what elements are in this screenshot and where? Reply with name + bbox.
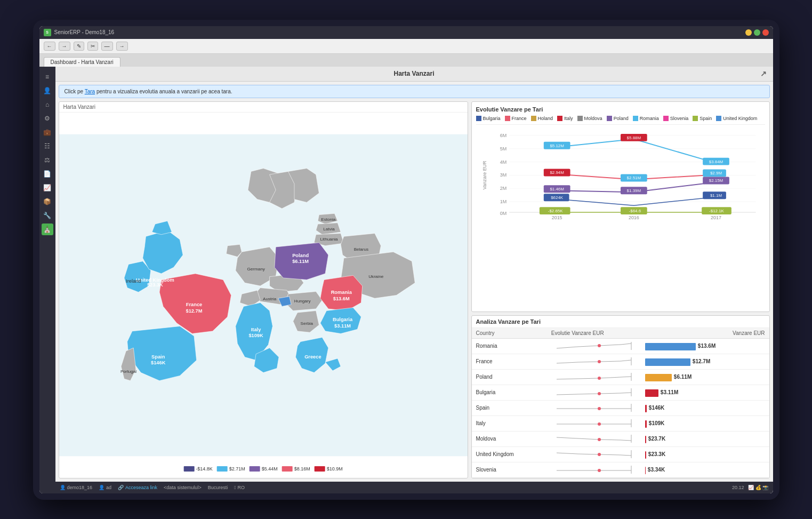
svg-text:$5.12M: $5.12M [550, 143, 564, 148]
legend-color-3 [250, 466, 260, 472]
toolbar-forward[interactable]: → [59, 42, 70, 51]
svg-text:6M: 6M [500, 132, 506, 138]
toolbar-edit[interactable]: ✎ [74, 42, 84, 51]
table-row[interactable]: Spain [472, 400, 769, 416]
sidebar-icon-box[interactable]: 📦 [42, 196, 53, 207]
minimize-button[interactable] [745, 29, 752, 36]
table-row[interactable]: Bulgaria [472, 385, 769, 400]
sidebar-icon-active[interactable]: ⛪ [42, 223, 53, 235]
svg-text:$2.15M: $2.15M [709, 178, 722, 183]
title-bar-left: S SeniorERP - Demo18_16 [44, 29, 115, 36]
svg-text:$2.9M: $2.9M [710, 171, 721, 175]
info-banner: Click pe Tara pentru a vizualiza evoluti… [59, 85, 770, 98]
legend-slovenia: Slovenia [663, 116, 689, 121]
country-name: Bulgaria [472, 385, 547, 400]
legend-label-1: -$14.8K [196, 466, 213, 472]
sidebar-icon-balance[interactable]: ⚖ [42, 154, 53, 166]
title-bar: S SeniorERP - Demo18_16 [39, 26, 773, 39]
table-row[interactable]: Slovenia [472, 462, 769, 477]
info-link[interactable]: Tara [85, 89, 95, 94]
content-area: Click pe Tara pentru a vizualiza evoluti… [55, 82, 773, 482]
status-icons: 📈 💰 📸 [748, 485, 768, 490]
status-date: <data sistemulul> [164, 485, 202, 490]
svg-point-73 [598, 469, 601, 472]
legend-italy: Italy [557, 116, 573, 121]
legend-item-4: $8.16M [282, 466, 310, 472]
svg-text:-$2.65K: -$2.65K [548, 209, 563, 213]
table-row[interactable]: United Kingdom [472, 446, 769, 462]
sidebar-icon-chart[interactable]: ☷ [42, 140, 53, 152]
status-link[interactable]: 🔗 Acceseaza link [118, 485, 157, 490]
svg-text:5M: 5M [500, 146, 506, 151]
svg-rect-3 [531, 116, 536, 121]
sparkline [547, 354, 641, 369]
sidebar-icon-wrench[interactable]: 🔧 [42, 210, 53, 221]
sparkline [547, 385, 641, 400]
legend-bulgaria: Bulgaria [476, 116, 501, 121]
bar-cell: $23.7K [641, 431, 769, 446]
svg-point-63 [598, 392, 601, 395]
legend-france: France [505, 116, 527, 121]
svg-text:-$64.6: -$64.6 [629, 209, 641, 213]
svg-text:-$12.1K: -$12.1K [709, 209, 725, 213]
romania-country[interactable] [320, 275, 362, 310]
sidebar-icon-settings[interactable]: ⚙ [42, 113, 53, 124]
table-row[interactable]: France [472, 354, 769, 369]
bar-cell: $3.11M [641, 385, 769, 400]
window-controls [745, 29, 769, 36]
sidebar-icon-docs[interactable]: 📄 [42, 168, 53, 180]
sidebar-icon-menu[interactable]: ≡ [42, 71, 53, 83]
svg-text:2016: 2016 [628, 215, 639, 220]
svg-text:$1.39M: $1.39M [626, 188, 640, 193]
legend-label-5: $10.9M [327, 466, 343, 472]
export-button[interactable]: ↗ [760, 69, 767, 78]
toolbar-back[interactable]: ← [44, 42, 55, 51]
europe-map[interactable]: United Kingdom $23.3K Ireland France $12… [59, 113, 468, 478]
toolbar-cut[interactable]: ✂ [87, 42, 98, 51]
bulgaria-country[interactable] [320, 307, 361, 333]
col-country: Country [472, 328, 547, 339]
country-name: France [472, 354, 547, 369]
table-row[interactable]: Moldova [472, 431, 769, 446]
col-value: Vanzare EUR [641, 328, 769, 339]
table-row[interactable]: Poland [472, 369, 769, 385]
table-row[interactable]: Romania [472, 338, 769, 354]
svg-text:$1.46M: $1.46M [550, 187, 564, 191]
close-button[interactable] [762, 29, 769, 36]
svg-rect-6 [607, 116, 612, 121]
map-container[interactable]: United Kingdom $23.3K Ireland France $12… [59, 113, 468, 478]
sparkline [547, 400, 641, 416]
sidebar-icon-home[interactable]: ⌂ [42, 99, 53, 110]
status-right: 20.12 📈 💰 📸 [732, 485, 769, 490]
sparkline [547, 431, 641, 446]
sparkline [547, 416, 641, 431]
legend-holand: Holand [531, 116, 553, 121]
app-logo: S [44, 29, 51, 36]
sidebar-icon-briefcase[interactable]: 💼 [42, 126, 53, 138]
svg-text:$3.84M: $3.84M [709, 159, 722, 164]
line-chart: 0M 1M 2M 3M 4M 5M 6M Vanzare EUR [476, 124, 765, 220]
maximize-button[interactable] [754, 29, 760, 36]
status-user: 👤 demo18_16 [60, 485, 93, 490]
status-bar: 👤 demo18_16 👤 ad 🔗 Acceseaza link <data … [55, 482, 773, 493]
hungary[interactable] [285, 291, 322, 310]
svg-point-59 [598, 360, 601, 363]
svg-rect-7 [633, 116, 638, 121]
table-row[interactable]: Italy [472, 416, 769, 431]
status-version: 20.12 [732, 485, 744, 490]
bar-cell: $146K [641, 400, 769, 416]
sidebar-icon-trend[interactable]: 📈 [42, 182, 53, 194]
svg-point-65 [598, 407, 601, 410]
legend-label-2: $2.71M [229, 466, 245, 472]
sidebar-icon-user[interactable]: 👤 [42, 85, 53, 97]
bar-cell: $3.34K [641, 462, 769, 477]
poland-country[interactable] [274, 242, 328, 280]
toolbar-arrow[interactable]: → [116, 42, 128, 51]
svg-rect-5 [577, 116, 583, 121]
legend-item-3: $5.44M [250, 466, 278, 472]
legend-color-2 [217, 466, 228, 472]
monitor-frame: S SeniorERP - Demo18_16 ← → ✎ ✂ — → Dash… [33, 20, 779, 500]
toolbar: ← → ✎ ✂ — → [39, 39, 773, 54]
monitor-screen: S SeniorERP - Demo18_16 ← → ✎ ✂ — → Dash… [39, 26, 773, 493]
tab-dashboard[interactable]: Dashboard - Harta Vanzari [44, 57, 120, 67]
